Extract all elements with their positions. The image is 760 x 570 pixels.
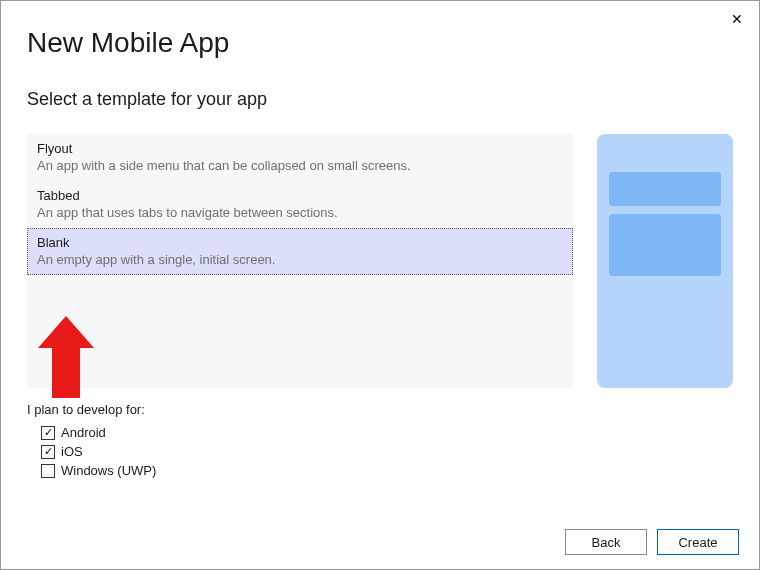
template-item-blank[interactable]: Blank An empty app with a single, initia… bbox=[27, 228, 573, 275]
template-name: Blank bbox=[37, 235, 563, 250]
dialog-subtitle: Select a template for your app bbox=[1, 59, 759, 110]
checkbox-label: Android bbox=[61, 425, 106, 440]
checkbox-ios[interactable]: ✓ bbox=[41, 445, 55, 459]
checkbox-row-android[interactable]: ✓ Android bbox=[27, 423, 759, 442]
template-list: Flyout An app with a side menu that can … bbox=[27, 134, 573, 388]
dialog-title: New Mobile App bbox=[1, 1, 759, 59]
template-item-tabbed[interactable]: Tabbed An app that uses tabs to navigate… bbox=[27, 181, 573, 228]
template-item-flyout[interactable]: Flyout An app with a side menu that can … bbox=[27, 134, 573, 181]
template-desc: An app with a side menu that can be coll… bbox=[37, 158, 563, 173]
checkbox-uwp[interactable] bbox=[41, 464, 55, 478]
template-name: Tabbed bbox=[37, 188, 563, 203]
checkbox-row-uwp[interactable]: Windows (UWP) bbox=[27, 461, 759, 480]
template-name: Flyout bbox=[37, 141, 563, 156]
template-desc: An app that uses tabs to navigate betwee… bbox=[37, 205, 563, 220]
button-bar: Back Create bbox=[565, 529, 739, 555]
develop-for-label: I plan to develop for: bbox=[27, 402, 759, 417]
template-preview bbox=[597, 134, 733, 388]
close-button[interactable]: ✕ bbox=[727, 9, 747, 29]
close-icon: ✕ bbox=[731, 11, 743, 27]
back-button[interactable]: Back bbox=[565, 529, 647, 555]
preview-body-block bbox=[609, 214, 721, 276]
checkbox-label: iOS bbox=[61, 444, 83, 459]
template-desc: An empty app with a single, initial scre… bbox=[37, 252, 563, 267]
checkbox-android[interactable]: ✓ bbox=[41, 426, 55, 440]
preview-header-block bbox=[609, 172, 721, 206]
create-button[interactable]: Create bbox=[657, 529, 739, 555]
checkbox-row-ios[interactable]: ✓ iOS bbox=[27, 442, 759, 461]
develop-for-section: I plan to develop for: ✓ Android ✓ iOS W… bbox=[1, 388, 759, 480]
checkbox-label: Windows (UWP) bbox=[61, 463, 156, 478]
